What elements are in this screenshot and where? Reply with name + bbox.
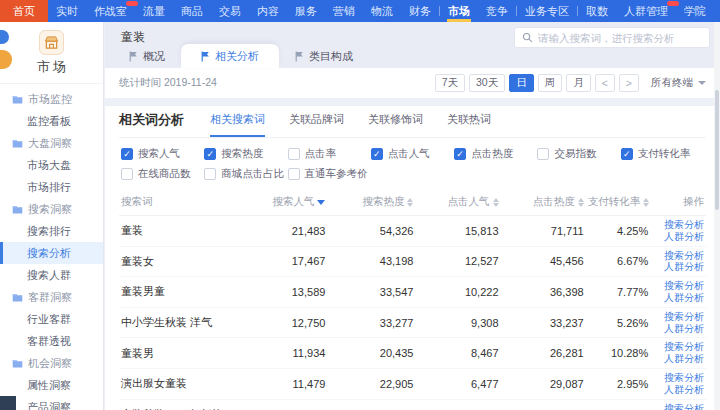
column-header-点击热度[interactable]: 点击热度	[501, 189, 586, 216]
action-link-人群分析[interactable]: 人群分析	[652, 353, 704, 365]
date-arrow-<[interactable]: <	[595, 74, 615, 92]
checkbox-unchecked[interactable]	[121, 168, 133, 180]
feedback-widget[interactable]	[0, 396, 16, 410]
sidebar-item-搜索人群[interactable]: 搜索人群	[0, 264, 103, 286]
tab-概况[interactable]: 概况	[113, 44, 181, 68]
sidebar-item-市场排行[interactable]: 市场排行	[0, 176, 103, 198]
action-link-人群分析[interactable]: 人群分析	[652, 261, 704, 273]
checkbox-unchecked[interactable]	[204, 168, 216, 180]
nav-item-服务[interactable]: 服务	[287, 0, 325, 22]
action-link-搜索分析[interactable]: 搜索分析	[652, 372, 704, 384]
nav-item-取数[interactable]: 取数	[578, 0, 616, 22]
nav-item-业务专区[interactable]: 业务专区	[517, 0, 577, 22]
action-link-搜索分析[interactable]: 搜索分析	[652, 250, 704, 262]
sidebar-item-监控看板[interactable]: 监控看板	[0, 110, 103, 132]
date-btn-周[interactable]: 周	[538, 74, 563, 92]
nav-item-市场[interactable]: 市场	[440, 0, 478, 22]
keyword-cell: 童装男童	[119, 277, 242, 308]
panel-tab-相关搜索词[interactable]: 相关搜索词	[210, 112, 265, 137]
filter-label: 在线商品数	[138, 167, 191, 181]
checkbox-checked[interactable]: ✓	[204, 148, 216, 160]
column-header-支付转化率[interactable]: 支付转化率	[586, 189, 651, 216]
filter-点击率[interactable]: 点击率	[288, 147, 371, 161]
tab-label: 概况	[143, 49, 165, 64]
checkbox-unchecked[interactable]	[288, 148, 300, 160]
filter-交易指数[interactable]: 交易指数	[537, 147, 620, 161]
column-header-搜索人气[interactable]: 搜索人气	[242, 189, 327, 216]
value-cell: 11,934	[242, 338, 327, 369]
nav-item-流量[interactable]: 流量	[135, 0, 173, 22]
filter-搜索热度[interactable]: ✓搜索热度	[204, 147, 287, 161]
checkbox-checked[interactable]: ✓	[454, 148, 466, 160]
nav-item-人群管理[interactable]: 人群管理	[616, 0, 676, 22]
sidebar-item-搜索排行[interactable]: 搜索排行	[0, 220, 103, 242]
value-cell: 45,456	[501, 246, 586, 277]
sidebar-group-客群洞察[interactable]: 客群洞察	[0, 286, 103, 308]
action-link-搜索分析[interactable]: 搜索分析	[652, 219, 704, 231]
nav-item-财务[interactable]: 财务	[401, 0, 439, 22]
nav-item-作战室[interactable]: 作战室	[86, 0, 135, 22]
column-header-label: 搜索词	[121, 195, 153, 207]
action-link-人群分析[interactable]: 人群分析	[652, 292, 704, 304]
checkbox-unchecked[interactable]	[537, 148, 549, 160]
column-header-点击人气[interactable]: 点击人气	[415, 189, 500, 216]
sidebar-item-客群透视[interactable]: 客群透视	[0, 330, 103, 352]
search-box[interactable]	[514, 27, 710, 48]
date-btn-日[interactable]: 日	[509, 74, 534, 92]
actions-cell: 搜索分析人群分析	[650, 277, 706, 308]
panel-tab-关联修饰词[interactable]: 关联修饰词	[368, 112, 423, 137]
filters-row2: 在线商品数商城点击占比直通车参考价	[121, 167, 704, 181]
sidebar-item-属性洞察[interactable]: 属性洞察	[0, 374, 103, 396]
sidebar-item-市场大盘[interactable]: 市场大盘	[0, 154, 103, 176]
nav-item-物流[interactable]: 物流	[363, 0, 401, 22]
nav-item-竞争[interactable]: 竞争	[478, 0, 516, 22]
nav-item-首页[interactable]: 首页	[0, 0, 48, 22]
date-btn-7天[interactable]: 7天	[435, 74, 465, 92]
sidebar-group-搜索洞察[interactable]: 搜索洞察	[0, 198, 103, 220]
sidebar-group-机会洞察[interactable]: 机会洞察	[0, 352, 103, 374]
filter-直通车参考价[interactable]: 直通车参考价	[288, 167, 371, 181]
filter-在线商品数[interactable]: 在线商品数	[121, 167, 204, 181]
nav-item-内容[interactable]: 内容	[249, 0, 287, 22]
sidebar-group-市场监控[interactable]: 市场监控	[0, 88, 103, 110]
keyword-cell: 童装秋装2019年新款	[119, 399, 242, 410]
sidebar-group-大盘洞察[interactable]: 大盘洞察	[0, 132, 103, 154]
nav-item-实时[interactable]: 实时	[48, 0, 86, 22]
sidebar-item-行业客群[interactable]: 行业客群	[0, 308, 103, 330]
tab-相关分析[interactable]: 相关分析	[181, 44, 279, 68]
filter-点击热度[interactable]: ✓点击热度	[454, 147, 537, 161]
filter-搜索人气[interactable]: ✓搜索人气	[121, 147, 204, 161]
filter-支付转化率[interactable]: ✓支付转化率	[621, 147, 704, 161]
tab-类目构成[interactable]: 类目构成	[279, 44, 369, 68]
date-btn-月[interactable]: 月	[566, 74, 591, 92]
nav-item-商品[interactable]: 商品	[173, 0, 211, 22]
action-link-人群分析[interactable]: 人群分析	[652, 231, 704, 243]
checkbox-checked[interactable]: ✓	[121, 148, 133, 160]
action-link-人群分析[interactable]: 人群分析	[652, 384, 704, 396]
date-btn-30天[interactable]: 30天	[469, 74, 505, 92]
nav-item-交易[interactable]: 交易	[211, 0, 249, 22]
checkbox-checked[interactable]: ✓	[621, 148, 633, 160]
sidebar-item-搜索分析[interactable]: 搜索分析	[0, 242, 103, 264]
action-link-人群分析[interactable]: 人群分析	[652, 323, 704, 335]
filter-商城点击占比[interactable]: 商城点击占比	[204, 167, 287, 181]
filter-点击人气[interactable]: ✓点击人气	[371, 147, 454, 161]
value-cell: 2.95%	[586, 368, 651, 399]
panel-tab-关联热词[interactable]: 关联热词	[447, 112, 491, 137]
scrollbar-thumb[interactable]	[715, 90, 719, 210]
terminal-dropdown[interactable]: 所有终端	[651, 76, 706, 90]
action-link-搜索分析[interactable]: 搜索分析	[652, 341, 704, 353]
panel-tab-关联品牌词[interactable]: 关联品牌词	[289, 112, 344, 137]
nav-item-学院[interactable]: 学院	[676, 0, 714, 22]
checkbox-checked[interactable]: ✓	[371, 148, 383, 160]
action-link-搜索分析[interactable]: 搜索分析	[652, 280, 704, 292]
action-link-搜索分析[interactable]: 搜索分析	[652, 403, 704, 410]
nav-item-营销[interactable]: 营销	[325, 0, 363, 22]
date-arrow->[interactable]: >	[619, 74, 639, 92]
checkbox-unchecked[interactable]	[288, 168, 300, 180]
action-link-搜索分析[interactable]: 搜索分析	[652, 311, 704, 323]
search-input[interactable]	[538, 32, 702, 44]
value-cell: 18,324	[501, 399, 586, 410]
scrollbar[interactable]	[714, 22, 720, 410]
column-header-搜索热度[interactable]: 搜索热度	[327, 189, 415, 216]
